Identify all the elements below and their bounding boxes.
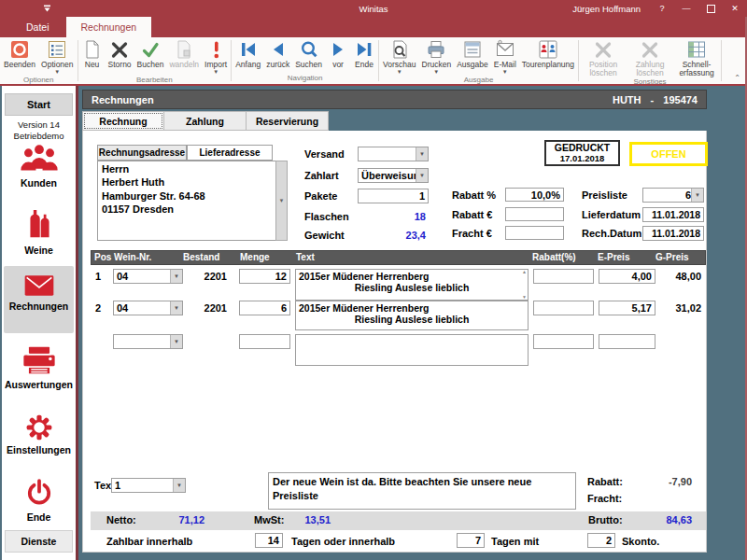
netto-label: Netto: [106,514,136,525]
row-text-area[interactable]: 2015er Müdener Herrenberg Riesling Ausle… [295,269,529,301]
lieferdatum-input[interactable]: 11.01.2018 [642,207,704,222]
row-bestand: 2201 [184,302,227,314]
ribbon-group-ausgabe: Vorschau ▼ Drucken ▼ Ausgabe E-Mail ▼ [379,37,578,84]
pakete-label: Pakete [304,190,337,202]
exit-icon [9,38,30,61]
tab-rechnungsadresse[interactable]: Rechnungsadresse [97,145,187,161]
rabatt-eur-label: Rabatt € [452,209,492,220]
tab-rechnung[interactable]: Rechnung [82,111,164,131]
row-wein-nr-select[interactable]: 04 ▼ [113,269,183,284]
zahlart-select[interactable]: Überweisung ▼ [358,168,429,183]
ribbon-group-bearbeiten: Neu Storno Buchen wandeln Import ▼ [78,37,232,84]
address-dropdown-button[interactable]: ▼ [275,161,288,241]
quick-access-toolbar-icon[interactable] [43,5,51,13]
wandeln-button: wandeln [166,37,202,76]
preview-icon [389,38,410,61]
group-label-navigation: Navigation [233,74,377,84]
row-menge-input[interactable]: 12 [239,269,290,284]
row-text-area[interactable]: 2015er Müdener Herrenberg Riesling Ausle… [295,301,529,330]
row-epreis-input[interactable] [599,334,655,349]
skonto-input[interactable]: 2 [587,533,615,548]
row-menge-input[interactable] [239,334,290,349]
ribbon-group-navigation: Anfang zurück Suchen vor Ende [232,37,378,84]
beenden-button[interactable]: Beenden [1,37,38,76]
row-rabatt-input[interactable] [533,334,594,349]
page-title: Rechnungen [92,94,154,105]
versand-select[interactable]: ▼ [358,147,429,161]
new-page-icon [82,38,103,61]
rechdatum-label: Rech.Datum [582,228,641,239]
tab-reservierung[interactable]: Reservierung [247,111,329,131]
versand-label: Versand [304,148,345,160]
last-record-icon [354,38,374,61]
flaschen-label: Flaschen [304,211,349,222]
dropdown-arrow-icon: ▼ [502,69,508,76]
invoice-message-field[interactable]: Der neue Wein ist da. Bitte beachten Sie… [268,472,576,510]
help-icon[interactable]: ? [650,0,674,17]
schnellerfassung-button[interactable]: Schnell-erfassung [673,37,720,77]
ausgabe-button[interactable]: Ausgabe [454,37,491,76]
preisliste-select[interactable]: 6 ▼ [642,188,704,203]
group-separator [721,40,722,81]
menu-datei[interactable]: Datei [15,17,61,37]
scroll-up-icon[interactable]: ▲ [522,270,527,274]
preisliste-label: Preisliste [582,189,627,201]
address-field[interactable]: Herrn Herbert Huth Hamburger Str. 64-68 … [97,161,276,241]
fracht-eur-input[interactable] [505,226,564,240]
chevron-down-icon: ▼ [170,270,182,283]
tab-zahlung[interactable]: Zahlung [164,111,247,131]
quick-entry-grid-icon [686,38,707,61]
vor-button[interactable]: vor [325,37,351,74]
zahlbar-tage1-input[interactable]: 14 [255,533,283,548]
collapse-ribbon-icon[interactable]: ⌃ [734,75,740,82]
row-rabatt-input[interactable] [533,269,594,284]
ende-nav-button[interactable]: Ende [351,37,377,74]
close-icon[interactable]: ✕ [723,0,747,17]
dropdown-arrow-icon: ▼ [213,69,218,76]
chevron-down-icon: ▼ [173,479,185,492]
row-menge-input[interactable]: 6 [239,301,290,315]
main-content: Rechnungen HUTH - 195474 Rechnung Zahlun… [0,86,747,560]
suchen-button[interactable]: Suchen [292,37,325,74]
printer-icon [426,38,446,61]
import-button[interactable]: Import ▼ [202,37,230,76]
zahlbar-label-3: Tagen mit [491,536,539,547]
row-epreis-input[interactable]: 5,17 [599,301,655,315]
email-button[interactable]: E-Mail ▼ [491,37,519,76]
zahlbar-tage2-input[interactable]: 7 [457,533,485,548]
buchen-button[interactable]: Buchen [134,37,167,76]
tab-lieferadresse[interactable]: Lieferadresse [187,145,273,161]
brutto-value: 84,63 [635,514,692,525]
chevron-down-icon: ▼ [170,335,182,348]
text-nr-select[interactable]: 1 ▼ [111,478,186,493]
output-document-icon [462,38,483,61]
ribbon-tab-rechnungen[interactable]: Rechnungen [66,17,152,37]
rabatt-pct-input[interactable]: 10,0% [505,188,564,202]
drucken-button[interactable]: Drucken ▼ [419,37,455,76]
row-wein-nr-select[interactable]: 04 ▼ [113,301,183,315]
row-pos: 1 [91,271,106,282]
row-epreis-input[interactable]: 4,00 [599,269,655,284]
zahlbar-label-4: Skonto. [622,536,659,547]
zurueck-button[interactable]: zurück [263,37,292,74]
row-wein-nr-select[interactable]: ▼ [113,334,183,349]
maximize-icon[interactable] [698,0,723,17]
brutto-label: Brutto: [588,514,623,525]
neu-button[interactable]: Neu [79,37,106,76]
optionen-button[interactable]: Optionen ▼ [38,37,77,76]
gewicht-label: Gewicht [304,230,345,241]
row-rabatt-input[interactable] [533,301,594,315]
scroll-down-icon[interactable]: ▼ [522,295,527,300]
rechdatum-input[interactable]: 11.01.2018 [642,226,704,241]
rabatt-eur-input[interactable] [505,207,564,221]
row-text-area[interactable] [295,334,529,366]
tourenplanung-button[interactable]: Tourenplanung [519,37,577,76]
pakete-input[interactable]: 1 [358,189,429,203]
storno-button[interactable]: Storno [106,37,134,76]
anfang-button[interactable]: Anfang [233,37,263,74]
minimize-icon[interactable]: — [674,0,698,17]
next-record-icon [328,38,348,61]
import-exclamation-icon [205,38,226,61]
rabatt-total-value: -7,90 [643,476,692,487]
vorschau-button[interactable]: Vorschau ▼ [380,37,418,76]
